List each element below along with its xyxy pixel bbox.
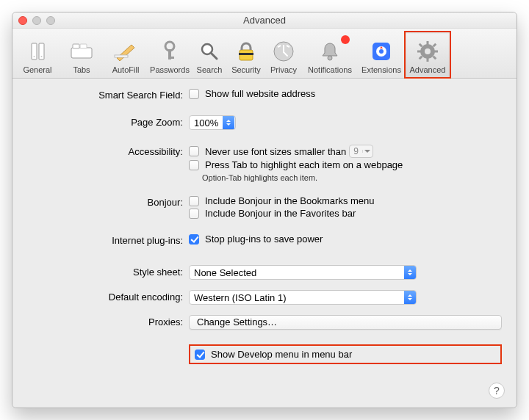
- checkbox-stop-plugins[interactable]: [189, 234, 199, 245]
- autofill-icon: [113, 39, 138, 64]
- notification-badge: [341, 35, 350, 44]
- checkbox-bonjour-favorites[interactable]: [189, 209, 199, 219]
- toolbar-item-label: Tabs: [73, 65, 90, 74]
- combo-value: None Selected: [190, 267, 261, 278]
- svg-rect-6: [80, 44, 87, 48]
- svg-rect-24: [417, 51, 421, 53]
- checkbox-label: Press Tab to highlight each item on a we…: [205, 159, 403, 170]
- toolbar-item-search[interactable]: Search: [192, 32, 227, 78]
- toolbar-item-label: Advanced: [410, 65, 446, 74]
- opt-press-tab[interactable]: Press Tab to highlight each item on a we…: [189, 159, 502, 170]
- svg-rect-23: [427, 58, 429, 62]
- help-button[interactable]: ?: [489, 383, 505, 399]
- toolbar-item-extensions[interactable]: Extensions: [358, 32, 405, 78]
- svg-point-21: [425, 48, 431, 54]
- toolbar-item-notifications[interactable]: Notifications: [302, 32, 358, 78]
- window-title: Advanced: [243, 15, 286, 26]
- opt-bonjour-favorites[interactable]: Include Bonjour in the Favorites bar: [189, 208, 502, 219]
- checkbox-show-full-address[interactable]: [189, 89, 199, 99]
- row-accessibility: Accessibility: Never use font sizes smal…: [27, 145, 502, 182]
- checkbox-press-tab[interactable]: [189, 160, 199, 170]
- window-controls: [18, 16, 55, 25]
- label-encoding: Default encoding:: [27, 290, 189, 303]
- svg-rect-25: [434, 51, 438, 53]
- checkbox-show-develop-menu[interactable]: [195, 350, 205, 360]
- preferences-window: Advanced General Tabs AutoFill Passwords: [12, 12, 517, 408]
- label-stylesheet: Style sheet:: [27, 265, 189, 278]
- svg-point-16: [328, 56, 332, 60]
- general-icon: [25, 39, 50, 64]
- opt-stop-plugins[interactable]: Stop plug-ins to save power: [189, 233, 502, 245]
- svg-point-3: [41, 56, 43, 57]
- row-bonjour: Bonjour: Include Bonjour in the Bookmark…: [27, 195, 502, 219]
- page-zoom-combo[interactable]: 100%: [189, 115, 236, 130]
- help-icon: ?: [494, 385, 500, 397]
- checkbox-label: Stop plug-ins to save power: [205, 233, 323, 245]
- extensions-icon: [369, 39, 394, 64]
- toolbar-item-label: Notifications: [308, 65, 352, 74]
- toolbar: General Tabs AutoFill Passwords Search: [12, 29, 517, 79]
- svg-rect-22: [427, 41, 429, 45]
- opt-font-sizes[interactable]: Never use font sizes smaller than 9: [189, 145, 502, 158]
- chevron-down-icon: [362, 150, 373, 153]
- minimize-icon[interactable]: [32, 16, 41, 25]
- checkbox-label: Never use font sizes smaller than: [205, 146, 346, 157]
- titlebar: Advanced: [12, 12, 517, 29]
- opt-bonjour-bookmarks[interactable]: Include Bonjour in the Bookmarks menu: [189, 195, 502, 206]
- toolbar-item-label: Passwords: [150, 65, 190, 74]
- close-icon[interactable]: [18, 16, 27, 25]
- encoding-combo[interactable]: Western (ISO Latin 1): [189, 290, 417, 305]
- checkbox-bonjour-bookmarks[interactable]: [189, 196, 199, 206]
- toolbar-item-privacy[interactable]: Privacy: [265, 32, 302, 78]
- svg-rect-14: [239, 53, 253, 55]
- stepper-icon: [223, 116, 234, 129]
- svg-rect-5: [73, 44, 79, 48]
- svg-line-12: [211, 53, 217, 59]
- svg-point-2: [34, 56, 35, 57]
- label-proxies: Proxies:: [27, 315, 189, 327]
- checkbox-label: Show full website address: [205, 88, 315, 99]
- svg-rect-10: [168, 57, 174, 59]
- toolbar-item-label: AutoFill: [112, 65, 140, 74]
- bell-icon: [317, 39, 342, 64]
- row-proxies: Proxies: Change Settings…: [27, 315, 502, 330]
- lock-icon: [234, 39, 259, 64]
- label-page-zoom: Page Zoom:: [27, 115, 189, 128]
- accessibility-note: Option-Tab highlights each item.: [189, 173, 502, 182]
- combo-value: Western (ISO Latin 1): [190, 292, 290, 303]
- toolbar-item-label: Search: [197, 65, 223, 74]
- change-settings-button[interactable]: Change Settings…: [189, 315, 502, 330]
- fullscreen-icon[interactable]: [46, 16, 55, 25]
- opt-show-develop-menu[interactable]: Show Develop menu in menu bar: [195, 349, 352, 360]
- privacy-icon: [271, 39, 296, 64]
- toolbar-item-label: Privacy: [270, 65, 297, 74]
- row-encoding: Default encoding: Western (ISO Latin 1): [27, 290, 502, 305]
- checkbox-label: Show Develop menu in menu bar: [211, 349, 352, 360]
- label-empty: [27, 344, 189, 346]
- font-size-stepper: 9: [349, 145, 373, 158]
- toolbar-item-label: Security: [231, 65, 261, 74]
- develop-highlight: Show Develop menu in menu bar: [189, 344, 502, 364]
- toolbar-item-autofill[interactable]: AutoFill: [104, 32, 148, 78]
- opt-show-full-address[interactable]: Show full website address: [189, 88, 502, 99]
- checkbox-font-sizes[interactable]: [189, 146, 199, 156]
- toolbar-item-security[interactable]: Security: [227, 32, 265, 78]
- checkbox-label: Include Bonjour in the Bookmarks menu: [205, 195, 375, 206]
- row-smart-search: Smart Search Field: Show full website ad…: [27, 88, 502, 101]
- toolbar-item-label: General: [23, 65, 51, 74]
- toolbar-item-advanced[interactable]: Advanced: [405, 32, 450, 78]
- tabs-icon: [69, 39, 94, 64]
- gear-icon: [415, 39, 440, 64]
- toolbar-item-general[interactable]: General: [15, 32, 60, 78]
- toolbar-item-label: Extensions: [361, 65, 401, 74]
- row-develop: Show Develop menu in menu bar: [27, 344, 502, 364]
- toolbar-item-passwords[interactable]: Passwords: [148, 32, 192, 78]
- stylesheet-combo[interactable]: None Selected: [189, 265, 417, 280]
- svg-rect-4: [71, 48, 92, 58]
- row-page-zoom: Page Zoom: 100%: [27, 115, 502, 130]
- row-stylesheet: Style sheet: None Selected: [27, 265, 502, 280]
- toolbar-item-tabs[interactable]: Tabs: [60, 32, 104, 78]
- label-smart-search: Smart Search Field:: [27, 88, 189, 101]
- stepper-icon: [404, 291, 416, 304]
- font-size-value: 9: [350, 146, 362, 156]
